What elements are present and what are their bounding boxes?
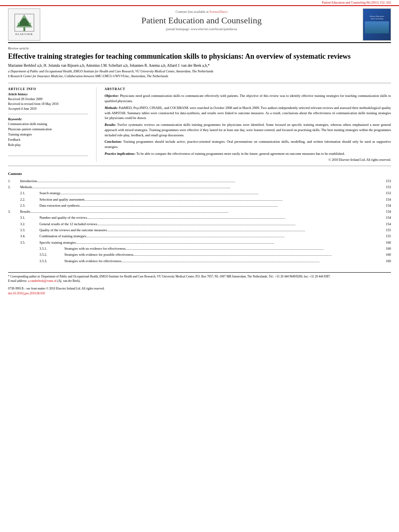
- journal-header: ELSEVIER Contents lists available at Sci…: [0, 5, 399, 41]
- abstract-practice: Practice implications: To be able to com…: [105, 151, 391, 156]
- toc-item-1: 1. Introduction 153: [8, 178, 391, 184]
- toc-item-3-5-3: 3.5.3. Strategies with evidence for effe…: [8, 258, 391, 264]
- svg-point-3: [17, 23, 19, 25]
- footnote-star: * Corresponding author at: Department of…: [8, 274, 391, 279]
- keyword-feedback: Feedback: [8, 138, 88, 143]
- toc-item-2: 2. Methods 153: [8, 184, 391, 190]
- info-abstract-section: ARTICLE INFO Article history: Received 2…: [0, 85, 399, 164]
- abstract-section: ABSTRACT Objective: Physicians need good…: [97, 87, 391, 161]
- journal-title: Patient Education and Counseling: [44, 15, 359, 26]
- svg-rect-0: [23, 27, 25, 31]
- article-info: ARTICLE INFO Article history: Received 2…: [8, 87, 97, 161]
- abstract-methods: Methods: PubMED, PsycINFO, CINAHL, and C…: [105, 105, 391, 121]
- toc-item-2-3: 2.3. Data extraction and synthesis 154: [8, 203, 391, 209]
- abstract-conclusion: Conclusion: Training programmes should i…: [105, 139, 391, 150]
- keyword-training: Training strategies: [8, 132, 88, 138]
- copyright: © 2010 Elsevier Ireland Ltd. All rights …: [105, 158, 391, 162]
- toc-item-3-1: 3.1. Number and quality of the reviews 1…: [8, 215, 391, 221]
- journal-center: Contents lists available at ScienceDirec…: [44, 8, 359, 31]
- affiliation-b: b Research Center for Insurance Medicine…: [8, 74, 391, 79]
- bottom-section: 0738-3991/$ – see front matter © 2010 El…: [0, 285, 399, 297]
- svg-point-5: [23, 16, 25, 18]
- toc-item-3-5: 3.5. Specific training strategies 160: [8, 240, 391, 246]
- toc-item-3-5-2: 3.5.2. Strategies with evidence for poss…: [8, 252, 391, 258]
- contents-divider: [8, 166, 391, 166]
- keyword-communication: Communication skills training: [8, 122, 88, 127]
- elsevier-logo: ELSEVIER: [8, 8, 40, 41]
- contents-title: Contents: [8, 172, 391, 176]
- toc-item-3-5-1: 3.5.1. Strategies with no evidence for e…: [8, 246, 391, 252]
- authors: Marianne Berkhof a,b, H. Jolanda van Rij…: [0, 63, 399, 68]
- article-type: Review article: [0, 45, 399, 50]
- article-info-title: ARTICLE INFO: [8, 87, 88, 91]
- keyword-roleplay: Role-play: [8, 143, 88, 148]
- abstract-objective: Objective: Physicians need good communic…: [105, 93, 391, 104]
- issn-line: 0738-3991/$ – see front matter © 2010 El…: [8, 286, 391, 291]
- history-label: Article history:: [8, 92, 88, 96]
- journal-citation: Patient Education and Counseling 84 (201…: [0, 0, 399, 5]
- toc-item-3-2: 3.2. General results of the 12 included …: [8, 221, 391, 227]
- svg-point-4: [29, 23, 31, 25]
- journal-cover: Patient Educationand Counseling: [363, 8, 391, 41]
- footnote-section: * Corresponding author at: Department of…: [8, 272, 391, 283]
- abstract-title: ABSTRACT: [105, 87, 391, 91]
- toc-item-3-4: 3.4. Combination of training strategies …: [8, 233, 391, 239]
- doi-line: doi:10.1016/j.pec.2010.06.010: [8, 291, 391, 296]
- accepted-date: Accepted 4 June 2010: [8, 107, 88, 111]
- elsevier-tree-icon: [13, 14, 35, 32]
- article-title: Effective training strategies for teachi…: [0, 50, 399, 63]
- contents-section: Contents 1. Introduction 153 2. Methods …: [0, 168, 399, 268]
- header-divider: [8, 42, 391, 43]
- affiliation-a: a Department of Public and Occupational …: [8, 69, 391, 74]
- info-abstract-divider: [8, 83, 391, 83]
- toc-item-3-3: 3.3. Quality of the reviews and the outc…: [8, 227, 391, 233]
- revised-date: Received in revised form 18 May 2010: [8, 102, 88, 107]
- toc-item-2-1: 2.1. Search strategy 153: [8, 190, 391, 196]
- keywords-label: Keywords:: [8, 117, 88, 121]
- affiliations: a Department of Public and Occupational …: [0, 68, 399, 81]
- keyword-physician: Physician–patient communication: [8, 127, 88, 132]
- toc-item-2-2: 2.2. Selection and quality assessment 15…: [8, 197, 391, 203]
- info-divider: [8, 114, 88, 114]
- sciencedirect-link: Contents lists available at ScienceDirec…: [44, 10, 359, 14]
- email-link[interactable]: a.vanderbeek@vumc.nl: [28, 279, 57, 283]
- toc-item-3: 3. Results 154: [8, 209, 391, 215]
- abstract-results: Results: Twelve systematic reviews on co…: [105, 122, 391, 138]
- journal-homepage: journal homepage: www.elsevier.com/locat…: [44, 27, 359, 31]
- received-date: Received 28 October 2009: [8, 97, 88, 102]
- footnote-email: E-mail address: a.vanderbeek@vumc.nl (Aj…: [8, 279, 391, 283]
